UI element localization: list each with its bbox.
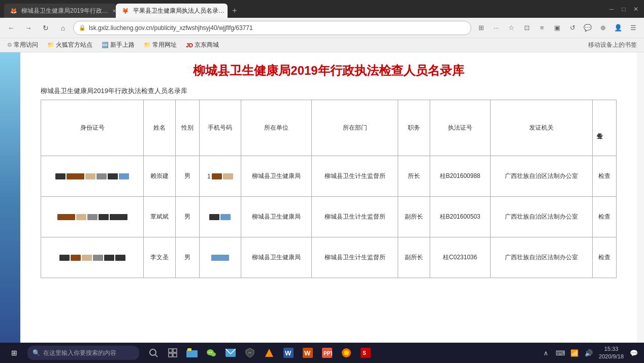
bookmark-5-label: 京东商城 xyxy=(195,41,219,49)
taskbar-search-box[interactable]: 🔍 在这里输入你要搜索的内容 xyxy=(27,346,139,360)
tab-1-title: 柳城县卫生健康局2019年行政… xyxy=(21,7,108,15)
row1-cert: 桂B201600988 xyxy=(430,156,490,197)
svg-point-23 xyxy=(344,350,349,355)
taskbar-explorer[interactable] xyxy=(183,343,201,363)
row1-issuer: 广西壮族自治区法制办公室 xyxy=(490,156,592,197)
svg-point-0 xyxy=(150,349,156,355)
page-title: 柳城县卫生健康局2019年行政执法检查人员名录库 xyxy=(20,52,637,86)
search-icon: 🔍 xyxy=(33,349,40,356)
table-row: 赖崇建 男 1 柳城县卫生健康局 柳城县卫生计生监督所 xyxy=(41,156,617,197)
row2-position: 副所长 xyxy=(398,197,430,237)
row1-gender: 男 xyxy=(175,156,199,197)
back-button[interactable]: ← xyxy=(4,21,18,35)
address-bar[interactable]: 🔒 lsk.gxlz.liucheng.gov.cn/publicity_xzf… xyxy=(73,21,471,35)
bookmark-1-label: 常用访问 xyxy=(14,41,38,49)
taskbar-search-btn[interactable] xyxy=(144,343,163,363)
taskbar-word-w2[interactable]: W xyxy=(299,343,317,363)
taskbar-orange-app[interactable] xyxy=(260,343,278,363)
bookmark-5[interactable]: JD 京东商城 xyxy=(183,40,222,50)
col-header-id: 身份证号 xyxy=(41,100,144,156)
svg-rect-14 xyxy=(248,352,251,353)
maximize-button[interactable]: □ xyxy=(620,5,628,13)
row1-unit: 柳城县卫生健康局 xyxy=(241,156,311,197)
tab-2[interactable]: 🦊 平果县卫生健康局执法人员名录… ✕ xyxy=(116,4,228,18)
close-button[interactable]: ✕ xyxy=(632,5,640,13)
zoom-icon[interactable]: ⊕ xyxy=(596,21,609,35)
reader-icon[interactable]: ≡ xyxy=(535,21,549,35)
col-header-issuer: 发证机关 xyxy=(490,100,592,156)
svg-rect-4 xyxy=(169,353,172,357)
star-icon[interactable]: ☆ xyxy=(505,21,518,35)
bookmark-1[interactable]: ⚙ 常用访问 xyxy=(4,40,41,50)
bookmarks-bar: ⚙ 常用访问 📁 火狐官方站点 🆕 新手上路 📁 常用网址 JD 京东商城 移动… xyxy=(0,38,644,52)
sync-icon[interactable]: ↺ xyxy=(566,21,579,35)
col-header-gender: 性别 xyxy=(175,100,199,156)
tab-bar: 🦊 柳城县卫生健康局2019年行政… ✕ 🦊 平果县卫生健康局执法人员名录… ✕… xyxy=(4,0,605,18)
clock-display[interactable]: 15:33 2020/9/18 xyxy=(599,345,624,361)
address-text: lsk.gxlz.liucheng.gov.cn/publicity_xzfws… xyxy=(89,24,466,32)
chat-icon[interactable]: 💬 xyxy=(581,21,594,35)
taskbar-mail[interactable] xyxy=(221,343,240,363)
taskbar-task-view[interactable] xyxy=(164,343,182,363)
more-icon[interactable]: ··· xyxy=(490,21,503,35)
tab-1[interactable]: 🦊 柳城县卫生健康局2019年行政… ✕ xyxy=(4,4,116,18)
taskbar-right: ∧ ⌨ 📶 🔊 15:33 2020/9/18 💬 xyxy=(540,345,640,361)
account-icon[interactable]: 👤 xyxy=(611,21,625,35)
row3-name: 李文圣 xyxy=(144,237,176,278)
sys-speaker[interactable]: 🔊 xyxy=(583,347,595,359)
row2-cert: 桂B201600503 xyxy=(430,197,490,237)
bookmark-2-label: 火狐官方站点 xyxy=(56,41,92,49)
svg-text:S: S xyxy=(363,350,366,356)
bookmark-2-icon: 📁 xyxy=(47,42,54,48)
col-header-position: 职务 xyxy=(398,100,430,156)
svg-text:PPT: PPT xyxy=(324,351,332,356)
row1-dept: 柳城县卫生计生监督所 xyxy=(311,156,398,197)
sys-up-arrow[interactable]: ∧ xyxy=(540,347,552,359)
bookmark-2[interactable]: 📁 火狐官方站点 xyxy=(44,40,95,50)
sidebar-icon[interactable]: ▣ xyxy=(551,21,564,35)
sys-wifi[interactable]: 📶 xyxy=(568,347,581,359)
sys-keyboard[interactable]: ⌨ xyxy=(554,347,566,359)
taskbar-firefox[interactable] xyxy=(337,343,356,363)
taskbar: ⊞ 🔍 在这里输入你要搜索的内容 xyxy=(0,343,644,363)
date-text: 2020/9/18 xyxy=(599,353,624,360)
refresh-button[interactable]: ↻ xyxy=(39,21,53,35)
taskbar-wechat[interactable] xyxy=(202,343,220,363)
taskbar-security[interactable] xyxy=(241,343,259,363)
svg-rect-7 xyxy=(186,350,198,357)
tab-1-close[interactable]: ✕ xyxy=(112,8,116,14)
row2-issuer: 广西壮族自治区法制办公室 xyxy=(490,197,592,237)
minimize-button[interactable]: ─ xyxy=(607,5,616,13)
system-tray-icons: ∧ ⌨ 📶 🔊 xyxy=(540,347,595,359)
taskbar-word-w[interactable]: W xyxy=(279,343,298,363)
bookmark-4-icon: 📁 xyxy=(144,42,151,48)
col-header-name: 姓名 xyxy=(144,100,176,156)
pocket-icon[interactable]: ⊡ xyxy=(520,21,533,35)
home-button[interactable]: ⌂ xyxy=(56,21,70,35)
row1-phone: 1 xyxy=(200,156,241,197)
main-table: 身份证号 姓名 性别 手机号码 所在单位 所在部门 职务 执法证号 发证机关 业… xyxy=(41,100,617,278)
forward-button[interactable]: → xyxy=(21,21,36,35)
table-row: 李文圣 男 柳城县卫生健康局 柳城县卫生计生监督所 副所长 桂C0231036 xyxy=(41,237,617,278)
bookmark-3[interactable]: 🆕 新手上路 xyxy=(99,40,138,50)
taskbar-slideshow[interactable]: S xyxy=(357,343,375,363)
new-tab-button[interactable]: + xyxy=(228,4,242,18)
row1-position: 所长 xyxy=(398,156,430,197)
start-button[interactable]: ⊞ xyxy=(4,343,24,363)
row1-name: 赖崇建 xyxy=(144,156,176,197)
taskbar-ppt[interactable]: PPT xyxy=(318,343,336,363)
left-background xyxy=(0,52,20,343)
col-header-cert: 执法证号 xyxy=(430,100,490,156)
qr-icon[interactable]: ⊞ xyxy=(474,21,488,35)
notification-button[interactable]: 💬 xyxy=(628,347,640,359)
row3-phone xyxy=(200,237,241,278)
row2-id xyxy=(41,197,144,237)
mobile-bookmarks[interactable]: 移动设备上的书签 xyxy=(585,40,640,50)
tab-2-title: 平果县卫生健康局执法人员名录… xyxy=(133,7,224,15)
table-header-row: 身份证号 姓名 性别 手机号码 所在单位 所在部门 职务 执法证号 发证机关 业… xyxy=(41,100,617,156)
window-controls: ─ □ ✕ xyxy=(607,5,640,13)
row3-specialty: 检查 xyxy=(592,237,616,278)
svg-point-11 xyxy=(209,352,210,353)
bookmark-4[interactable]: 📁 常用网址 xyxy=(141,40,180,50)
menu-icon[interactable]: ☰ xyxy=(627,21,640,35)
